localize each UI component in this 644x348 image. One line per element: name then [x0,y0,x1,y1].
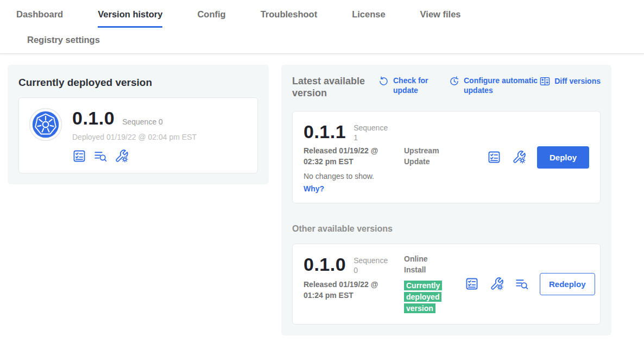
latest-source-label: Upstream Update [404,146,447,167]
currently-deployed-panel: Currently deployed version 0.1.0 Sequenc… [8,65,269,184]
other-versions-title: Other available versions [292,224,601,234]
tab-version-history[interactable]: Version history [98,9,162,28]
tab-registry-settings[interactable]: Registry settings [27,35,644,45]
other-version-info: 0.1.0 Sequence 0 Released 01/19/22 @ 01:… [304,254,465,314]
diff-versions-label: Diff versions [554,76,601,86]
deployed-sequence: Sequence 0 [122,117,163,126]
tab-config[interactable]: Config [197,9,225,28]
main-content: Currently deployed version 0.1.0 Sequenc… [0,54,644,335]
available-versions-panel: Latest available version Check for updat… [281,65,611,335]
other-version-row: 0.1.0 Sequence 0 [304,254,404,275]
deployed-badge-wrap: Currently deployed version [404,280,447,314]
check-for-update-label: Check for update [393,76,435,95]
tab-dashboard[interactable]: Dashboard [16,9,63,28]
schedule-icon [449,76,460,87]
other-version-col: 0.1.0 Sequence 0 Released 01/19/22 @ 01:… [304,254,404,314]
other-sequence: Sequence 0 [353,256,392,275]
tab-view-files[interactable]: View files [420,9,461,28]
top-nav: Dashboard Version history Config Trouble… [0,0,644,54]
nav-row-primary: Dashboard Version history Config Trouble… [0,0,644,28]
redeploy-button[interactable]: Redeploy [540,273,595,295]
release-notes-icon[interactable] [487,150,501,164]
latest-version-number: 0.1.1 [304,121,346,142]
changes-note: No changes to show. [304,172,487,181]
latest-sequence: Sequence 1 [353,123,392,142]
configure-updates-label: Configure automatic updates [464,76,539,95]
latest-available-title: Latest available version [292,76,378,99]
deploy-button[interactable]: Deploy [537,146,589,169]
other-source-label: Online Install [404,254,447,275]
config-icon[interactable] [490,277,504,291]
deployed-version-info: 0.1.0 Sequence 0 Deployed 01/19/22 @ 02:… [72,108,197,163]
deployed-panel-title: Currently deployed version [18,77,258,89]
deployed-timestamp: Deployed 01/19/22 @ 02:04 pm EST [72,133,197,141]
release-notes-icon[interactable] [465,277,479,291]
other-source-col: Online Install Currently deployed versio… [404,254,465,314]
config-icon[interactable] [512,150,526,164]
preflight-results-icon[interactable] [93,149,108,163]
release-notes-icon[interactable] [72,149,86,163]
refresh-icon [378,76,389,87]
config-icon[interactable] [115,149,129,163]
deployed-version-card: 0.1.0 Sequence 0 Deployed 01/19/22 @ 02:… [18,97,258,173]
other-version-number: 0.1.0 [304,254,346,275]
configure-updates-link[interactable]: Configure automatic updates [449,76,539,95]
nav-row-secondary: Registry settings [0,28,644,53]
kubernetes-app-logo [29,108,62,141]
other-released-timestamp: Released 01/19/22 @ 01:24 pm EST [304,279,385,301]
currently-deployed-badge: Currently deployed version [404,281,442,313]
available-panel-header: Latest available version Check for updat… [292,76,601,99]
other-version-card: 0.1.0 Sequence 0 Released 01/19/22 @ 01:… [292,244,601,324]
latest-version-card: 0.1.1 Sequence 1 Released 01/19/22 @ 02:… [292,111,601,203]
deployed-version-number: 0.1.0 [72,108,115,129]
tab-troubleshoot[interactable]: Troubleshoot [261,9,318,28]
other-card-actions: Redeploy [465,273,595,295]
latest-card-actions: Deploy [487,146,589,169]
deployed-version-row: 0.1.0 Sequence 0 [72,108,197,129]
latest-released-timestamp: Released 01/19/22 @ 02:32 pm EST [304,146,385,167]
preflight-results-icon[interactable] [515,277,529,291]
latest-meta-row: Released 01/19/22 @ 02:32 pm EST Upstrea… [304,146,487,167]
latest-version-info: 0.1.1 Sequence 1 Released 01/19/22 @ 02:… [304,121,487,193]
tab-license[interactable]: License [352,9,385,28]
why-link[interactable]: Why? [304,184,487,193]
check-for-update-link[interactable]: Check for update [378,76,435,95]
latest-version-row: 0.1.1 Sequence 1 [304,121,487,142]
diff-icon [539,76,551,87]
deployed-card-actions [72,149,197,163]
diff-versions-link[interactable]: Diff versions [539,76,601,87]
